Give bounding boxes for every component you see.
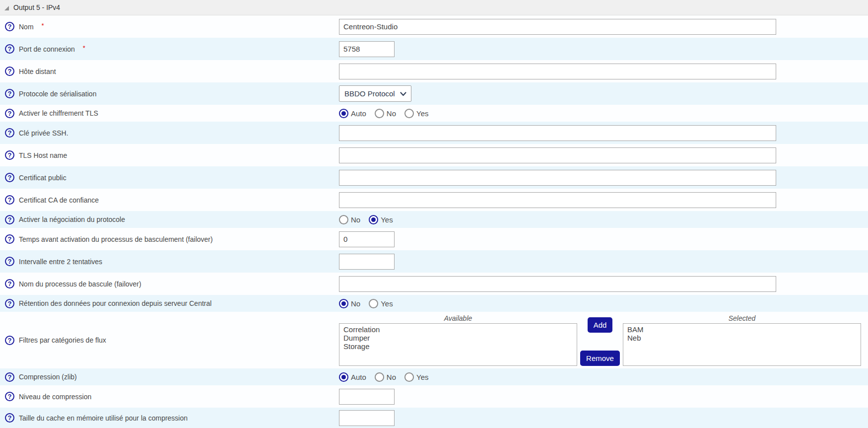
input-cle-privee-ssh[interactable] <box>339 125 776 141</box>
remove-button[interactable]: Remove <box>580 351 620 366</box>
help-icon[interactable]: ? <box>5 336 14 345</box>
input-hote-distant[interactable] <box>339 64 776 79</box>
help-icon[interactable]: ? <box>5 234 14 244</box>
input-niveau-de-compression[interactable] <box>339 389 395 405</box>
label-column: ?Rétention des données pour connexion de… <box>0 299 339 308</box>
field-label: TLS Host name <box>19 151 67 159</box>
form-row-taille-du-cache-en-memoire-utilise-pour-: ?Taille du cache en mémoire utilisé pour… <box>0 408 868 428</box>
field-label: Hôte distant <box>19 68 56 75</box>
radio-activer-le-chiffrement-tls-auto[interactable]: Auto <box>339 109 366 118</box>
add-button[interactable]: Add <box>588 317 613 333</box>
list-item[interactable]: Dumper <box>339 334 577 342</box>
selected-column: SelectedBAMNeb <box>623 314 861 366</box>
radio-option-label: No <box>387 109 396 118</box>
radio-activer-le-chiffrement-tls-yes[interactable]: Yes <box>404 109 428 118</box>
input-intervalle-entre-2-tentatives[interactable] <box>339 254 395 270</box>
help-icon[interactable]: ? <box>5 195 14 205</box>
label-column: ?Filtres par catégories de flux <box>0 336 339 345</box>
control-area <box>339 19 868 35</box>
help-icon[interactable]: ? <box>5 215 14 224</box>
radio-option-label: Yes <box>381 299 393 308</box>
input-taille-du-cache-en-memoire-utilise-pour-[interactable] <box>339 410 395 426</box>
list-item[interactable]: Storage <box>339 342 577 351</box>
help-icon[interactable]: ? <box>5 44 14 54</box>
available-list[interactable]: CorrelationDumperStorage <box>339 323 577 366</box>
form-row-filtres-par-categories-de-flux: ?Filtres par catégories de fluxAvailable… <box>0 312 868 368</box>
help-icon[interactable]: ? <box>5 67 14 76</box>
control-area: AutoNoYes <box>339 372 868 382</box>
select-protocole-de-serialisation[interactable]: BBDO Protocol <box>339 85 411 102</box>
list-item[interactable]: Correlation <box>339 325 577 334</box>
radio-compression-zlib-auto[interactable]: Auto <box>339 372 366 382</box>
collapse-icon[interactable] <box>4 6 9 10</box>
radio-dot <box>371 217 376 222</box>
select-value: BBDO Protocol <box>344 89 395 98</box>
form-row-cle-privee-ssh: ?Clé privée SSH. <box>0 122 868 144</box>
radio-compression-zlib-no[interactable]: No <box>375 372 396 382</box>
control-area: NoYes <box>339 299 868 308</box>
help-icon[interactable]: ? <box>5 128 14 138</box>
field-label: Certificat public <box>19 174 67 182</box>
form-row-activer-la-negociation-du-protocole: ?Activer la négociation du protocoleNoYe… <box>0 211 868 228</box>
radio-activer-la-negociation-du-protocole-yes[interactable]: Yes <box>369 215 393 224</box>
radio-option-label: Yes <box>381 215 393 224</box>
help-icon[interactable]: ? <box>5 173 14 182</box>
help-icon[interactable]: ? <box>5 392 14 401</box>
label-column: ?Clé privée SSH. <box>0 128 339 138</box>
radio-option-label: No <box>351 215 360 224</box>
help-icon[interactable]: ? <box>5 22 14 31</box>
radio-unselected-icon <box>375 372 384 382</box>
control-area <box>339 125 868 141</box>
control-area: BBDO Protocol <box>339 85 868 102</box>
radio-option-label: Yes <box>416 373 428 381</box>
required-asterisk: * <box>83 44 85 52</box>
help-icon[interactable]: ? <box>5 413 14 423</box>
input-certificat-ca-de-confiance[interactable] <box>339 192 776 208</box>
field-label: Port de connexion <box>19 45 75 53</box>
radio-selected-icon <box>339 109 348 118</box>
input-certificat-public[interactable] <box>339 170 776 186</box>
help-icon[interactable]: ? <box>5 109 14 118</box>
input-port-de-connexion[interactable] <box>339 41 395 57</box>
radio-option-label: No <box>351 299 360 308</box>
label-column: ?Protocole de sérialisation <box>0 89 339 98</box>
control-area: AutoNoYes <box>339 109 868 118</box>
radio-compression-zlib-yes[interactable]: Yes <box>404 372 428 382</box>
form-row-certificat-ca-de-confiance: ?Certificat CA de confiance <box>0 189 868 211</box>
label-column: ?Port de connexion* <box>0 44 339 54</box>
available-column: AvailableCorrelationDumperStorage <box>339 314 577 366</box>
help-icon[interactable]: ? <box>5 299 14 308</box>
form-row-compression-zlib: ?Compression (zlib)AutoNoYes <box>0 368 868 385</box>
form-row-temps-avant-activation-du-processus-de-b: ?Temps avant activation du processus de … <box>0 228 868 250</box>
section-header[interactable]: Output 5 - IPv4 <box>0 0 868 15</box>
field-label: Activer la négociation du protocole <box>19 215 125 223</box>
help-icon[interactable]: ? <box>5 257 14 266</box>
input-temps-avant-activation-du-processus-de-b[interactable] <box>339 231 395 247</box>
help-icon[interactable]: ? <box>5 150 14 160</box>
chevron-down-icon <box>400 89 406 98</box>
label-column: ?Niveau de compression <box>0 392 339 401</box>
field-label: Taille du cache en mémoire utilisé pour … <box>19 414 188 422</box>
input-tls-host-name[interactable] <box>339 147 776 163</box>
input-nom-du-processus-de-bascule-failover[interactable] <box>339 276 776 292</box>
field-label: Activer le chiffrement TLS <box>19 109 98 117</box>
radio-activer-la-negociation-du-protocole-no[interactable]: No <box>339 215 360 224</box>
help-icon[interactable]: ? <box>5 89 14 98</box>
help-icon[interactable]: ? <box>5 372 14 382</box>
list-item[interactable]: BAM <box>623 325 861 334</box>
list-item[interactable]: Neb <box>623 334 861 342</box>
form-rows: ?Nom*?Port de connexion*?Hôte distant?Pr… <box>0 15 868 428</box>
label-column: ?Compression (zlib) <box>0 372 339 382</box>
required-asterisk: * <box>42 22 44 29</box>
help-icon[interactable]: ? <box>5 279 14 288</box>
radio-retention-des-donnees-pour-connexion-dep-yes[interactable]: Yes <box>369 299 393 308</box>
field-label: Compression (zlib) <box>19 373 77 381</box>
selected-list[interactable]: BAMNeb <box>623 323 861 366</box>
radio-selected-icon <box>339 372 348 382</box>
radio-unselected-icon <box>375 109 384 118</box>
input-nom[interactable] <box>339 19 776 35</box>
radio-retention-des-donnees-pour-connexion-dep-no[interactable]: No <box>339 299 360 308</box>
radio-activer-le-chiffrement-tls-no[interactable]: No <box>375 109 396 118</box>
label-column: ?Certificat CA de confiance <box>0 195 339 205</box>
control-area <box>339 192 868 208</box>
